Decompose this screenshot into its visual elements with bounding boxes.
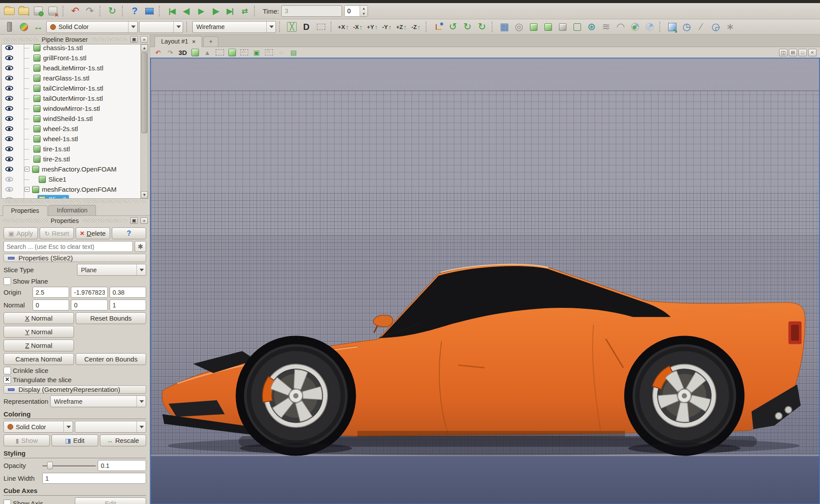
x-normal-button[interactable]: X Normal — [4, 312, 74, 324]
threshold-filter-icon[interactable] — [556, 21, 569, 33]
close-view-icon[interactable]: × — [808, 49, 816, 56]
pipeline-item[interactable]: grillFront-1s.stl — [2, 53, 148, 63]
display-section-header[interactable]: Display (GeometryRepresentation) — [4, 385, 146, 394]
panel-splitter[interactable] — [4, 200, 146, 203]
show-plane-checkbox[interactable] — [4, 278, 11, 285]
reset-camera-closest-icon[interactable]: ↻ — [475, 21, 489, 33]
representation-dropdown[interactable]: Wireframe — [192, 21, 276, 33]
edit-color-map-button[interactable]: Edit — [51, 435, 98, 446]
float-panel-icon[interactable]: ▣ — [130, 217, 138, 224]
triangulate-checkbox[interactable] — [4, 376, 11, 383]
normal-y-field[interactable] — [71, 299, 107, 310]
first-frame-icon[interactable]: |◀ — [165, 5, 178, 18]
crinkle-slice-checkbox[interactable] — [4, 367, 11, 374]
search-input[interactable] — [4, 241, 133, 252]
pipeline-item[interactable]: tailOuterMirror-1s.stl — [2, 93, 148, 103]
spreadsheet-view-icon[interactable]: ▤ — [288, 48, 299, 57]
pipeline-item[interactable]: wheel-2s.stl — [2, 124, 148, 134]
visibility-eye-icon[interactable] — [5, 55, 13, 60]
visibility-eye-icon[interactable] — [5, 45, 13, 50]
stream-tracer-icon[interactable]: ≋ — [599, 21, 613, 33]
representation-dropdown-panel[interactable]: Wireframe — [50, 395, 146, 407]
slice-filter-icon[interactable] — [541, 21, 555, 33]
pipeline-item[interactable]: windowMirror-1s.stl — [2, 103, 148, 113]
interactive-select-points-icon[interactable] — [264, 48, 274, 57]
rescale-to-data-range-icon[interactable]: ↔ — [32, 21, 45, 33]
reset-camera-icon[interactable]: ╳ — [285, 21, 298, 33]
view-minus-x-icon[interactable]: -X — [351, 21, 364, 33]
select-points-on-icon[interactable] — [214, 48, 225, 57]
coloring-component-dropdown[interactable] — [75, 421, 146, 433]
tab-information[interactable]: Information — [48, 205, 96, 215]
loop-icon[interactable]: ⇄ — [238, 5, 251, 18]
slice-type-dropdown[interactable]: Plane — [77, 264, 146, 276]
pipeline-item[interactable]: meshFactory.OpenFOAM — [2, 164, 148, 174]
visibility-eye-icon[interactable] — [5, 146, 13, 151]
render-viewport[interactable] — [150, 58, 820, 504]
origin-y-field[interactable] — [71, 287, 107, 298]
visibility-eye-icon[interactable] — [5, 187, 13, 192]
expander-icon[interactable] — [25, 167, 29, 172]
close-panel-icon[interactable]: × — [140, 217, 148, 224]
disconnect-server-icon[interactable] — [46, 5, 59, 18]
expander-icon[interactable] — [25, 187, 29, 192]
rescale-over-time-icon[interactable]: ◷ — [680, 21, 693, 33]
view-plus-z-icon[interactable]: +Z — [395, 21, 408, 33]
maximize-view-icon[interactable]: □ — [798, 49, 807, 56]
float-panel-icon[interactable]: ▣ — [130, 36, 138, 43]
extract-subset-icon[interactable] — [570, 21, 584, 33]
frame-up-icon[interactable]: ▲ — [360, 6, 368, 11]
interactive-select-cells-icon[interactable]: ▣ — [251, 48, 262, 57]
origin-z-field[interactable] — [110, 287, 146, 298]
edit-color-map-icon[interactable] — [17, 21, 30, 33]
visibility-eye-icon[interactable] — [5, 167, 13, 172]
opacity-slider[interactable] — [42, 461, 96, 470]
pipeline-item[interactable]: Slice1 — [2, 174, 148, 184]
visibility-eye-icon[interactable] — [5, 96, 13, 101]
select-cells-through-icon[interactable] — [227, 48, 237, 57]
pipeline-item[interactable]: meshFactory.OpenFOAM — [2, 184, 148, 194]
split-vertical-icon[interactable]: ⊟ — [789, 49, 797, 56]
visibility-eye-icon[interactable] — [5, 126, 13, 131]
pipeline-item[interactable]: chassis-1s.stl — [2, 44, 148, 53]
zoom-to-selection-icon[interactable]: ◌ — [276, 48, 287, 57]
camera-normal-button[interactable]: Camera Normal — [4, 353, 74, 365]
time-value-field[interactable] — [281, 5, 342, 17]
play-icon[interactable]: ▶ — [194, 5, 207, 18]
normal-x-field[interactable] — [33, 299, 69, 310]
visibility-eye-icon[interactable] — [5, 76, 13, 80]
visibility-eye-icon[interactable] — [5, 66, 13, 70]
new-layout-tab[interactable]: + — [203, 37, 218, 47]
show-axis-checkbox[interactable] — [4, 500, 11, 504]
glyph-filter-icon[interactable]: ◎ — [512, 21, 526, 33]
z-normal-button[interactable]: Z Normal — [4, 340, 74, 351]
contour-filter-icon[interactable]: ⊛ — [585, 21, 598, 33]
visibility-eye-icon[interactable] — [5, 157, 13, 161]
warp-filter-icon[interactable]: ◠ — [614, 21, 627, 33]
axes-grid-icon[interactable]: ∗ — [724, 21, 737, 33]
ruler-icon[interactable]: ∕ — [695, 21, 708, 33]
properties-section-header[interactable]: Properties (Slice2) — [4, 254, 146, 262]
zoom-to-selected-icon[interactable] — [314, 21, 327, 33]
camera-redo-icon[interactable]: ↻ — [106, 5, 119, 18]
scrollbar-thumb[interactable] — [141, 52, 147, 133]
camera-undo-icon[interactable]: ↶ — [153, 48, 163, 57]
save-data-icon[interactable] — [17, 5, 30, 18]
close-panel-icon[interactable]: × — [140, 36, 148, 43]
reset-button[interactable]: Reset — [40, 227, 74, 239]
coloring-dropdown[interactable]: Solid Color — [4, 421, 73, 433]
glyph-spheres-icon[interactable] — [629, 21, 642, 33]
pipeline-item[interactable]: Slice2 — [2, 194, 148, 199]
undo-icon[interactable]: ↶ — [69, 5, 82, 18]
view-plus-x-icon[interactable]: +X — [337, 21, 350, 33]
visibility-eye-icon[interactable] — [5, 116, 13, 121]
toggle-color-legend-icon[interactable] — [3, 21, 16, 33]
opacity-field[interactable] — [98, 460, 146, 471]
visibility-eye-icon[interactable] — [5, 177, 13, 182]
scroll-down-icon[interactable]: ▼ — [141, 191, 148, 198]
pipeline-scrollbar[interactable]: ▲ ▼ — [140, 44, 148, 198]
normal-z-field[interactable] — [110, 299, 146, 310]
origin-x-field[interactable] — [33, 287, 69, 298]
last-frame-icon[interactable]: ▶| — [223, 5, 236, 18]
show-color-legend-button[interactable]: Show — [4, 435, 50, 446]
